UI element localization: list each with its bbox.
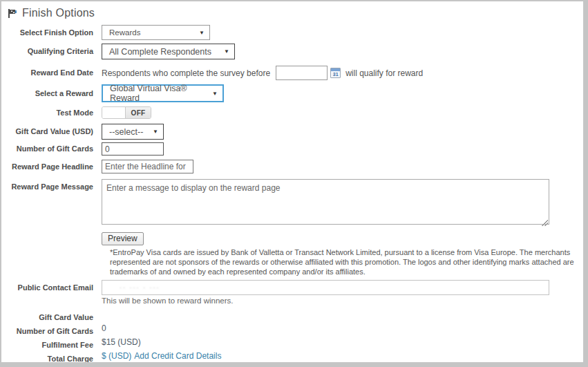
summary-row-total-charge: Total Charge $ (USD) Add Credit Card Det… [10, 351, 583, 365]
row-public-contact-email: Public Contact Email ·· ··· · ··· This w… [10, 280, 583, 305]
finish-option-label: Select Finish Option [10, 28, 102, 37]
row-reward-end-date: Reward End Date Respondents who complete… [10, 66, 583, 80]
reward-page-message-textarea[interactable] [102, 179, 549, 225]
summary-label: Fulfilment Fee [10, 337, 102, 350]
chevron-down-icon: ▼ [153, 129, 158, 135]
row-select-finish-option: Select Finish Option Rewards ▼ [10, 25, 583, 40]
reward-end-date-input[interactable] [276, 66, 328, 80]
number-of-gift-cards-label: Number of Gift Cards [10, 144, 102, 153]
summary-label: Gift Card Value [10, 310, 102, 322]
row-reward-page-message: Reward Page Message [10, 179, 583, 227]
reward-disclaimer-text: *EntroPay Visa cards are issued by Bank … [110, 247, 588, 276]
row-select-reward: Select a Reward Global Virtual Visa® Rew… [10, 84, 583, 102]
qualifying-criteria-label: Qualifying Criteria [10, 47, 102, 56]
chevron-down-icon: ▼ [224, 48, 229, 55]
select-reward-select[interactable]: Global Virtual Visa® Reward ▼ [102, 84, 224, 102]
end-date-suffix-text: will qualify for reward [345, 68, 423, 78]
summary-row-gift-card-value: Gift Card Value [10, 310, 583, 323]
finish-options-form: Select Finish Option Rewards ▼ Qualifyin… [1, 25, 583, 367]
page-title: Finish Options [22, 7, 95, 19]
gift-card-value-label: Gift Card Value (USD) [10, 127, 102, 136]
finish-option-selected-value: Rewards [109, 28, 140, 37]
summary-value: $15 (USD) [102, 337, 141, 347]
finish-options-panel: Finish Options Select Finish Option Rewa… [0, 0, 588, 367]
page-header: Finish Options [1, 1, 583, 23]
charge-summary: Gift Card Value Number of Gift Cards 0 F… [10, 310, 583, 365]
preview-button[interactable]: Preview [102, 232, 144, 245]
resize-grip-icon[interactable] [542, 220, 548, 226]
row-qualifying-criteria: Qualifying Criteria All Complete Respond… [10, 44, 583, 59]
gift-card-value-select[interactable]: --select-- ▼ [102, 124, 164, 140]
public-contact-email-helper: This will be shown to reward winners. [102, 297, 549, 305]
summary-value: 0 [102, 323, 106, 333]
row-reward-page-headline: Reward Page Headline [10, 160, 583, 173]
number-of-gift-cards-input[interactable] [102, 142, 164, 156]
reward-page-headline-input[interactable] [102, 160, 193, 173]
qualifying-criteria-select[interactable]: All Complete Respondents ▼ [102, 44, 235, 59]
end-date-prefix-text: Respondents who complete the survey befo… [102, 68, 270, 78]
finish-option-select[interactable]: Rewards ▼ [102, 25, 210, 40]
toggle-state-label: OFF [126, 107, 151, 118]
public-contact-email-label: Public Contact Email [10, 280, 102, 292]
qualifying-criteria-selected-value: All Complete Respondents [109, 47, 211, 57]
reward-page-headline-label: Reward Page Headline [10, 162, 102, 171]
summary-label: Total Charge [10, 351, 102, 364]
test-mode-toggle[interactable]: OFF [102, 106, 151, 119]
calendar-icon[interactable]: 31 [330, 68, 341, 78]
gift-card-value-selected-value: --select-- [109, 127, 143, 137]
add-credit-card-link[interactable]: Add Credit Card Details [134, 351, 221, 361]
row-test-mode: Test Mode OFF [10, 106, 583, 119]
summary-row-fulfilment-fee: Fulfilment Fee $15 (USD) [10, 337, 583, 351]
select-reward-label: Select a Reward [10, 89, 102, 98]
row-number-of-gift-cards: Number of Gift Cards [10, 142, 583, 156]
summary-label: Number of Gift Cards [10, 323, 102, 336]
row-gift-card-value: Gift Card Value (USD) --select-- ▼ [10, 124, 583, 140]
test-mode-label: Test Mode [10, 109, 102, 117]
chevron-down-icon: ▼ [212, 91, 218, 97]
reward-end-date-label: Reward End Date [10, 68, 102, 77]
summary-row-number-of-gift-cards: Number of Gift Cards 0 [10, 323, 583, 337]
finish-flag-icon [7, 8, 17, 19]
row-preview: Preview [10, 232, 583, 245]
select-reward-selected-value: Global Virtual Visa® Reward [110, 84, 205, 103]
toggle-knob [102, 107, 126, 118]
chevron-down-icon: ▼ [199, 30, 205, 36]
reward-page-message-label: Reward Page Message [10, 179, 102, 191]
summary-value: $ (USD) [102, 351, 131, 361]
public-contact-email-input[interactable] [102, 280, 549, 295]
